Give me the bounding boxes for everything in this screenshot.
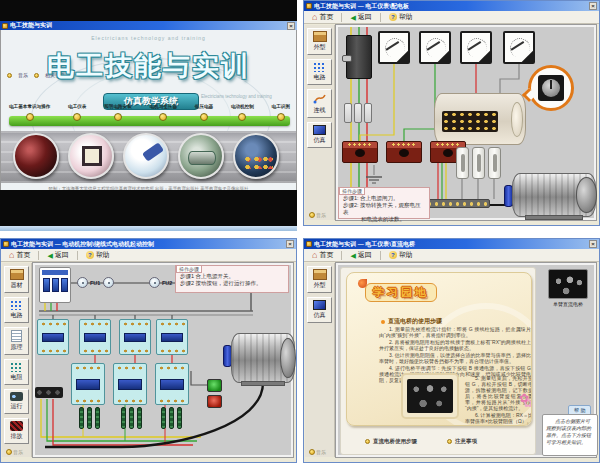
letterbox-bottom — [0, 190, 297, 226]
help-button[interactable]: ?帮助 — [82, 248, 114, 262]
menu-ball-icon[interactable] — [159, 113, 167, 121]
sidebar-item-run[interactable]: 运行 — [4, 389, 29, 414]
monitor-icon — [313, 300, 326, 310]
sidebar-item-appearance[interactable]: 外型 — [307, 28, 332, 55]
contactor-label-band — [161, 333, 184, 342]
circuit-dots-icon — [10, 300, 23, 310]
operation-steps-box: 操作步骤 步骤1: 合上电源闸刀。 步骤2: 按动转换开关，观察电压表 和电流表… — [338, 187, 430, 219]
contactor-label-band — [118, 379, 142, 389]
close-icon[interactable]: × — [589, 2, 597, 10]
step-paragraph: 3. 估计所测电阻阻值，以便选择合适的比率臂与倍率挡，选择比率臂时，最好能使比较… — [379, 352, 531, 364]
sidebar-item-simulation[interactable]: 仿真 — [307, 122, 332, 148]
sidebar-item-wiring[interactable]: 连线 — [307, 89, 332, 118]
product-photo-wires — [13, 133, 59, 179]
starting-resistor — [129, 407, 134, 429]
fuse-label-fu2: FU2 — [162, 280, 172, 286]
music-toggle[interactable]: 音乐 — [309, 449, 326, 455]
back-button[interactable]: ◀返回 — [43, 248, 72, 262]
home-button[interactable]: ⌂首页 — [308, 248, 337, 262]
thumbnail-label: 单臂直流电桥 — [540, 301, 596, 307]
english-caption-sub: Electricians technology and training — [201, 94, 291, 99]
bridge-photo-knobs — [407, 379, 453, 413]
fuse-block — [35, 387, 63, 398]
bridge-thumbnail[interactable] — [548, 269, 588, 299]
sidebar-item-principle[interactable]: 原理 — [4, 327, 29, 355]
starting-resistor — [121, 407, 126, 429]
analog-meter-3 — [460, 31, 492, 64]
menu-item-meters[interactable]: 电工仪表 — [68, 104, 86, 121]
bullet-icon — [381, 320, 385, 324]
music-icon — [309, 212, 315, 218]
close-icon[interactable]: × — [286, 240, 294, 248]
switch-end-cap — [511, 102, 524, 137]
home-button[interactable]: ⌂首页 — [308, 10, 337, 24]
close-icon[interactable]: × — [589, 240, 597, 248]
menu-item-motorcontrol[interactable]: 电动机控制 — [231, 104, 254, 121]
step-paragraph: 6. 计算被测电阻：RX＝比率臂倍率×比较臂阻值（Ω）。 — [465, 412, 532, 424]
switch-knob-closeup[interactable] — [538, 75, 564, 101]
component-dots — [243, 155, 273, 169]
switch-handle[interactable] — [342, 55, 352, 62]
help-note: 点击右侧图片可观察到该仪表内部的器件。点击下方按钮可学习相关知识。 — [542, 414, 598, 456]
sidebar-item-equipment[interactable]: 器材 — [4, 266, 29, 293]
help-button[interactable]: ?帮助 — [385, 248, 417, 262]
fuse-fu2-a — [149, 277, 160, 288]
step-line: 和电流表的读数。 — [343, 216, 426, 223]
back-icon: ◀ — [350, 252, 355, 259]
breaker-toggle[interactable] — [43, 278, 50, 292]
music-toggle[interactable]: 音乐 — [309, 212, 326, 218]
start-button[interactable] — [207, 379, 222, 392]
music-icon — [6, 449, 12, 455]
home-icon: ⌂ — [312, 251, 317, 259]
sidebar-item-troubleshoot[interactable]: 排故 — [4, 418, 29, 444]
contactor-label-band — [124, 333, 147, 342]
menu-ball-icon[interactable] — [200, 113, 208, 121]
menu-item-basics[interactable]: 电工基本常识与操作 — [9, 104, 50, 121]
sidebar-item-resistor[interactable]: 电阻 — [4, 359, 29, 385]
starting-resistor — [161, 407, 166, 429]
circuit-breaker[interactable] — [39, 267, 71, 303]
help-button[interactable]: ?帮助 — [385, 10, 417, 24]
sidebar-item-appearance[interactable]: 外型 — [307, 266, 332, 293]
menu-ball-icon[interactable] — [277, 113, 285, 121]
step-line: 步骤1: 合上电源闸刀。 — [343, 195, 426, 202]
sidebar-item-simulation[interactable]: 仿真 — [307, 297, 332, 323]
main-title: 电工技能与实训 — [1, 48, 296, 84]
back-button[interactable]: ◀返回 — [346, 10, 375, 24]
link-precautions[interactable]: 注意事项 — [447, 438, 477, 445]
motorctl-sidebar: 器材 电路 原理 电阻 运行 排故 音乐 — [2, 263, 32, 457]
splash-titlebar: 电工技能与实训 × — [0, 21, 297, 30]
step-line: 步骤2 按动按钮，进行运行操作。 — [180, 280, 285, 287]
menu-ball-icon[interactable] — [26, 113, 34, 121]
menu-item-lowvoltage[interactable]: 低压电器 — [195, 104, 213, 121]
menu-item-lighting[interactable]: 照明电路安装 — [104, 104, 132, 121]
breaker-toggle[interactable] — [52, 278, 59, 292]
knife-switch[interactable] — [346, 35, 372, 79]
back-button[interactable]: ◀返回 — [346, 248, 375, 262]
music-toggle[interactable]: 音乐 — [6, 449, 23, 455]
home-button[interactable]: ⌂首页 — [5, 248, 34, 262]
breaker-toggle[interactable] — [61, 278, 68, 292]
menu-ball-icon[interactable] — [238, 113, 246, 121]
window-bottom-edge — [0, 226, 297, 231]
analog-meter-2 — [419, 31, 451, 64]
bullet-icon — [447, 439, 452, 444]
contactor-km3 — [119, 319, 151, 355]
current-transformer-1 — [342, 141, 378, 163]
menu-ball-icon[interactable] — [73, 113, 81, 121]
menu-ball-icon[interactable] — [114, 113, 122, 121]
link-usage-steps[interactable]: 直流电桥使用步骤 — [365, 438, 417, 445]
sidebar-item-circuit[interactable]: 电路 — [4, 297, 29, 323]
help-icon: ? — [86, 251, 94, 259]
sidebar-item-circuit[interactable]: 电路 — [307, 59, 332, 85]
menu-item-diagrams[interactable]: 电工识图 — [272, 104, 290, 121]
close-icon[interactable]: × — [287, 22, 295, 30]
menu-item-machines[interactable]: 电机与变压器 — [149, 104, 177, 121]
leaf-icon — [358, 279, 367, 288]
analog-meter-1 — [378, 31, 410, 64]
app-icon — [3, 241, 9, 247]
bullet-icon — [365, 439, 370, 444]
motor — [231, 333, 295, 383]
rotary-cam-switch[interactable] — [434, 93, 526, 145]
stop-button[interactable] — [207, 395, 222, 408]
